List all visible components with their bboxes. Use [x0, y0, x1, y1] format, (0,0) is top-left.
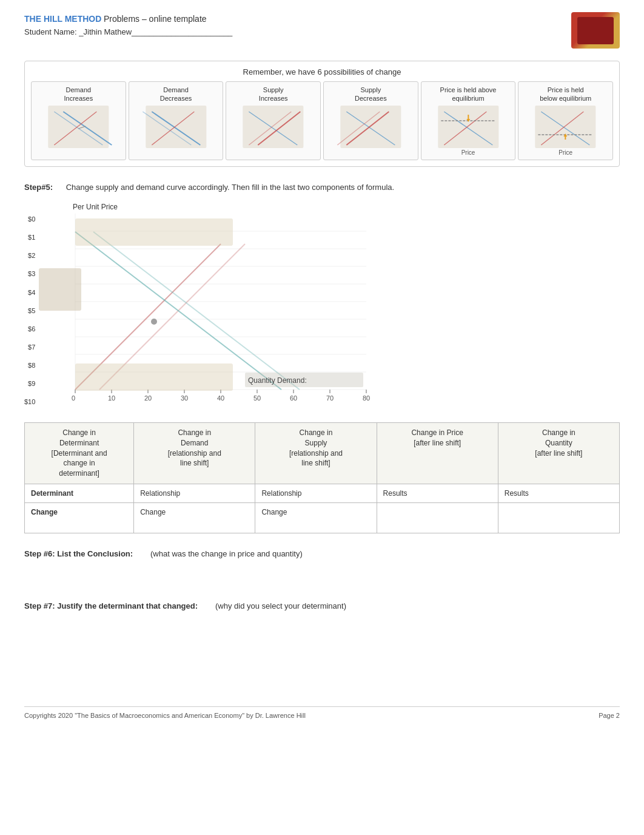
svg-point-44: [151, 319, 157, 325]
ref-card-supply-decreases: SupplyDecreases: [323, 81, 418, 160]
svg-rect-13: [340, 106, 401, 148]
svg-text:70: 70: [326, 394, 334, 402]
page-header: THE HILL METHOD Problems – online templa…: [24, 12, 620, 49]
student-name-line: Student Name: _Jithin Mathew____________…: [24, 26, 232, 39]
table-header-2: Change inDemand[relationship andline shi…: [134, 423, 255, 484]
title-rest: Problems – online template: [104, 14, 207, 24]
ref-card-chart-4: [326, 106, 415, 148]
svg-text:50: 50: [253, 394, 261, 402]
y-label-1: $1: [24, 234, 35, 241]
svg-text:60: 60: [290, 394, 297, 402]
y-label-0: $0: [24, 216, 35, 223]
svg-text:20: 20: [144, 394, 152, 402]
blur-top-box: [75, 218, 233, 246]
svg-rect-0: [48, 106, 109, 148]
svg-rect-23: [535, 106, 596, 148]
footer-copyright: Copyrights 2020 "The Basics of Macroecon…: [24, 712, 306, 719]
y-label-10: $10: [24, 399, 35, 405]
y-label-4: $4: [24, 289, 35, 296]
step5-section: Step#5: Change supply and demand curve a…: [24, 181, 620, 533]
ref-card-demand-decreases: DemandDecreases: [129, 81, 224, 160]
step7-label: Step #7: Justify the determinant that ch…: [24, 601, 198, 610]
ref-card-chart-3: [229, 106, 318, 148]
ref-card-title-3: SupplyIncreases: [259, 86, 288, 103]
svg-rect-5: [146, 106, 206, 148]
table-header-1: Change inDeterminant[Determinant andchan…: [25, 423, 134, 484]
step5-label: Step#5:: [24, 183, 53, 192]
table-header-4: Change in Price[after line shift]: [377, 423, 498, 484]
svg-text:80: 80: [363, 394, 370, 402]
y-label-2: $2: [24, 252, 35, 259]
svg-rect-17: [438, 106, 498, 148]
table-cell-det-1: Determinant: [25, 484, 134, 503]
table-cell-sup-2: Change: [255, 503, 377, 533]
step7-description: (why did you select your determinant): [215, 601, 346, 610]
title-blue: THE HILL METHOD: [24, 14, 101, 24]
svg-text:Quantity Demand:: Quantity Demand:: [248, 376, 307, 385]
ref-card-demand-increases: DemandIncreases: [31, 81, 126, 160]
ref-card-chart-5: [424, 106, 513, 148]
svg-text:0: 0: [72, 394, 75, 402]
step6-section: Step #6: List the Conclusion: (what was …: [24, 548, 620, 588]
ref-card-title-2: DemandDecreases: [160, 86, 192, 103]
reference-title: Remember, we have 6 possibilities of cha…: [31, 67, 613, 76]
ref-card-price-5: Price: [461, 149, 475, 156]
blur-bottom-box: [75, 363, 233, 391]
svg-text:40: 40: [217, 394, 224, 402]
step6-description: (what was the change in price and quanti…: [150, 549, 303, 558]
table-cell-dem-2: Change: [134, 503, 255, 533]
y-label-9: $9: [24, 380, 35, 387]
ref-card-supply-increases: SupplyIncreases: [226, 81, 321, 160]
logo: [571, 12, 620, 49]
page-footer: Copyrights 2020 "The Basics of Macroecon…: [24, 706, 620, 719]
step7-text: Step #7: Justify the determinant that ch…: [24, 600, 620, 612]
reference-box: Remember, we have 6 possibilities of cha…: [24, 61, 620, 167]
blur-left-box: [39, 268, 81, 311]
ref-card-title-5: Price is held aboveequilibrium: [440, 86, 497, 103]
chart-title: Per Unit Price: [73, 203, 620, 211]
table-header-3: Change inSupply[relationship andline shi…: [255, 423, 377, 484]
ref-card-chart-6: [521, 106, 610, 148]
ref-card-title-4: SupplyDecreases: [355, 86, 387, 103]
table-cell-qty-1: Results: [498, 484, 619, 503]
results-table: Change inDeterminant[Determinant andchan…: [24, 422, 620, 533]
table-row-1: Determinant Relationship Relationship Re…: [25, 484, 620, 503]
svg-text:30: 30: [181, 394, 188, 402]
y-label-6: $6: [24, 326, 35, 333]
header-title: THE HILL METHOD Problems – online templa…: [24, 12, 232, 26]
ref-card-title-6: Price is heldbelow equilibrium: [540, 86, 591, 103]
chart-area: Quantity Demand: 0 10 20 30: [39, 214, 391, 408]
chart-wrapper: Per Unit Price $10 $9 $8 $7 $6 $5 $4 $3 …: [24, 203, 620, 408]
y-label-7: $7: [24, 344, 35, 351]
ref-card-chart-2: [132, 106, 221, 148]
footer-page: Page 2: [599, 712, 620, 719]
step7-section: Step #7: Justify the determinant that ch…: [24, 600, 620, 658]
header-text: THE HILL METHOD Problems – online templa…: [24, 12, 232, 39]
table-header-5: Change inQuantity[after line shift]: [498, 423, 619, 484]
ref-card-price-below: Price is heldbelow equilibrium Price: [518, 81, 613, 160]
student-label: Student Name:: [24, 27, 77, 36]
step5-description: Change supply and demand curve according…: [66, 183, 395, 192]
y-label-3: $3: [24, 271, 35, 277]
step6-text: Step #6: List the Conclusion: (what was …: [24, 548, 620, 560]
table-cell-det-2: Change: [25, 503, 134, 533]
table-row-2: Change Change Change: [25, 503, 620, 533]
step5-text: Step#5: Change supply and demand curve a…: [24, 181, 620, 194]
table-cell-dem-1: Relationship: [134, 484, 255, 503]
y-label-5: $5: [24, 308, 35, 314]
ref-card-title-1: DemandIncreases: [64, 86, 93, 103]
chart-y-labels: $10 $9 $8 $7 $6 $5 $4 $3 $2 $1 $0: [24, 214, 39, 408]
table-cell-price-1: Results: [377, 484, 498, 503]
step6-label: Step #6: List the Conclusion:: [24, 549, 133, 558]
table-cell-qty-2: [498, 503, 619, 533]
ref-card-chart-1: [34, 106, 123, 148]
y-label-8: $8: [24, 362, 35, 369]
table-cell-sup-1: Relationship: [255, 484, 377, 503]
student-name-value: _Jithin Mathew_______________________: [79, 27, 232, 36]
reference-cards: DemandIncreases DemandDecreases: [31, 81, 613, 160]
svg-text:10: 10: [108, 394, 115, 402]
svg-rect-9: [243, 106, 304, 148]
table-cell-price-2: [377, 503, 498, 533]
ref-card-price-6: Price: [558, 149, 572, 156]
ref-card-price-above: Price is held aboveequilibrium Price: [421, 81, 516, 160]
